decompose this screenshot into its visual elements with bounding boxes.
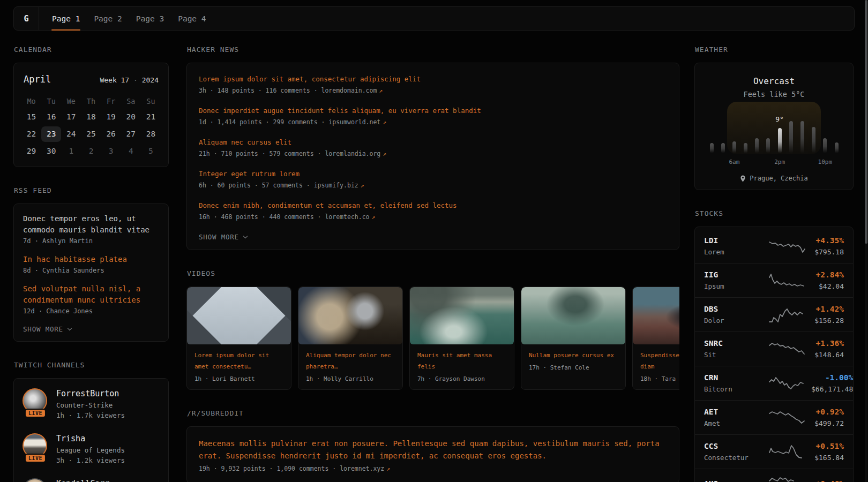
top-bar: G Page 1 Page 2 Page 3 Page 4	[13, 6, 855, 31]
stock-row[interactable]: IIG Ipsum +2.84% $42.04	[695, 263, 853, 297]
live-badge: LIVE	[25, 409, 46, 418]
home-logo[interactable]: G	[14, 7, 39, 30]
subreddit-post-meta: 19h · 9,932 points · 1,090 comments ·	[199, 465, 336, 472]
rss-item-link[interactable]: Sed volutpat nulla nisl, a condimentum n…	[23, 283, 159, 306]
stock-id: IIG Ipsum	[704, 269, 764, 291]
stock-sparkline	[768, 340, 807, 358]
stock-price: $42.04	[811, 281, 844, 291]
stock-ticker: DBS	[704, 304, 764, 314]
video-thumbnail[interactable]	[187, 287, 291, 344]
calendar-day: 15	[21, 109, 41, 125]
subreddit-post-link[interactable]: Maecenas mollis pulvinar erat non posuer…	[199, 438, 667, 462]
hn-item-link[interactable]: Aliquam nec cursus elit	[199, 137, 667, 147]
hn-show-more-button[interactable]: SHOW MORE	[199, 232, 247, 241]
calendar-weekday: Tu	[41, 95, 61, 107]
stock-ticker: AHS	[704, 478, 764, 482]
hn-item-domain-link[interactable]: loremlandia.org↗	[325, 150, 386, 157]
stock-row[interactable]: DBS Dolor +1.42% $156.28	[695, 297, 853, 332]
weather-bar	[789, 121, 793, 153]
twitch-widget: LIVE ForrestBurton Counter-Strike 1h · 1…	[13, 378, 169, 482]
hn-item-domain: loremlandia.org	[325, 150, 380, 157]
calendar-day: 30	[41, 144, 61, 159]
stock-row[interactable]: CCS Consectetur +0.51% $165.84	[695, 434, 853, 469]
rss-list: Donec tempor eros leo, ut commodo mauris…	[23, 213, 159, 315]
video-meta: 17h · Stefan Cole	[529, 364, 618, 371]
weather-condition: Overcast	[705, 76, 843, 86]
hn-item-link[interactable]: Lorem ipsum dolor sit amet, consectetur …	[199, 74, 667, 84]
calendar-weekday: Sa	[121, 95, 141, 107]
stock-row[interactable]: LDI Lorem +4.35% $795.18	[695, 229, 853, 263]
twitch-channel-info: KendallCarr	[56, 478, 109, 482]
rss-show-more-button[interactable]: SHOW MORE	[23, 324, 71, 333]
subreddit-post-domain-link[interactable]: loremnet.xyz↗	[340, 465, 390, 472]
twitch-channel-name[interactable]: ForrestBurton	[56, 388, 125, 399]
twitch-channel-row[interactable]: LIVE ForrestBurton Counter-Strike 1h · 1…	[14, 383, 168, 428]
video-title-link[interactable]: Suspendisse diam	[640, 350, 679, 372]
scrollbar-thumb[interactable]	[865, 0, 867, 244]
twitch-channel-name[interactable]: KendallCarr	[56, 478, 109, 482]
external-link-icon: ↗	[372, 213, 376, 221]
video-title-link[interactable]: Lorem ipsum dolor sit amet consectetu…	[194, 350, 283, 372]
hn-item-link[interactable]: Donec enim nibh, condimentum et accumsan…	[199, 200, 667, 210]
video-card: Suspendisse diam 18h · Tara	[632, 287, 679, 390]
stock-ticker: IIG	[704, 269, 764, 280]
stock-change: +0.46%	[811, 478, 844, 482]
video-thumbnail[interactable]	[521, 287, 625, 344]
rss-item-meta: 12d · Chance Jones	[23, 307, 159, 315]
twitch-channel-row[interactable]: KendallCarr	[14, 473, 168, 482]
video-title-link[interactable]: Mauris sit amet massa felis	[417, 350, 506, 372]
stock-price: $499.72	[811, 418, 844, 428]
hour-label: 10pm	[818, 159, 833, 165]
page-tabs: Page 1 Page 2 Page 3 Page 4	[51, 7, 207, 30]
weather-bar	[755, 138, 759, 153]
stock-id: AHS	[704, 478, 764, 482]
page-tab[interactable]: Page 3	[136, 7, 164, 30]
calendar-day: 2	[81, 144, 101, 159]
video-thumbnail[interactable]	[410, 287, 514, 344]
center-column: HACKER NEWS Lorem ipsum dolor sit amet, …	[186, 40, 679, 482]
video-title-link[interactable]: Aliquam tempor dolor nec pharetra…	[306, 350, 395, 372]
calendar-day: 1	[61, 144, 81, 159]
twitch-channel-game: Counter-Strike	[56, 400, 125, 410]
hour-label: 6am	[729, 159, 739, 165]
video-title-link[interactable]: Nullam posuere cursus ex	[529, 350, 618, 361]
stock-id: SNRC Sit	[704, 338, 764, 360]
page-tab[interactable]: Page 2	[93, 7, 122, 30]
hn-item-domain-link[interactable]: ipsumify.biz↗	[314, 182, 364, 189]
hn-item-domain-link[interactable]: loremdomain.com↗	[321, 87, 383, 94]
calendar-weekday: We	[61, 95, 81, 107]
calendar-day: 28	[141, 126, 161, 142]
weather-bar	[744, 143, 747, 153]
twitch-channel-row[interactable]: LIVE Trisha League of Legends 3h · 1.2k …	[14, 428, 168, 473]
avatar	[23, 478, 47, 482]
rss-item-link[interactable]: Donec tempor eros leo, ut commodo mauris…	[23, 213, 159, 236]
external-link-icon: ↗	[383, 118, 386, 126]
stock-sparkline	[768, 237, 807, 255]
rss-item-link[interactable]: In hac habitasse platea	[23, 254, 159, 265]
twitch-avatar-wrap	[23, 478, 48, 482]
weather-location: Prague, Czechia	[750, 175, 807, 182]
hn-item-domain-link[interactable]: ipsumworld.net↗	[328, 118, 386, 126]
stock-row[interactable]: CRN Bitcorn -1.00% $66,171.48	[695, 366, 853, 400]
stock-change: +1.42%	[811, 304, 844, 314]
twitch-avatar-wrap: LIVE	[23, 388, 48, 414]
stocks-section-label: STOCKS	[695, 209, 854, 217]
twitch-channel-name[interactable]: Trisha	[56, 433, 125, 444]
hn-item-link[interactable]: Donec imperdiet augue tincidunt felis al…	[199, 106, 667, 116]
video-thumbnail[interactable]	[633, 287, 679, 344]
rss-item: In hac habitasse platea 8d · Cynthia Sau…	[23, 254, 159, 274]
hn-item-domain-link[interactable]: loremtech.co↗	[325, 213, 375, 221]
scrollbar-track[interactable]	[865, 0, 867, 482]
stock-row[interactable]: AHS +0.46%	[695, 469, 853, 482]
video-thumbnail[interactable]	[298, 287, 402, 344]
weather-bar	[800, 121, 804, 153]
calendar-month: April	[24, 74, 51, 85]
page-tab[interactable]: Page 4	[177, 7, 206, 30]
calendar-day: 16	[41, 109, 61, 125]
hackernews-section-label: HACKER NEWS	[187, 46, 679, 54]
hn-item-link[interactable]: Integer eget rutrum lorem	[199, 169, 667, 179]
calendar-weekday: Mo	[21, 95, 41, 107]
stock-row[interactable]: SNRC Sit +1.36% $148.64	[695, 332, 853, 366]
stock-row[interactable]: AET Amet +0.92% $499.72	[695, 400, 853, 434]
page-tab[interactable]: Page 1	[51, 7, 80, 30]
